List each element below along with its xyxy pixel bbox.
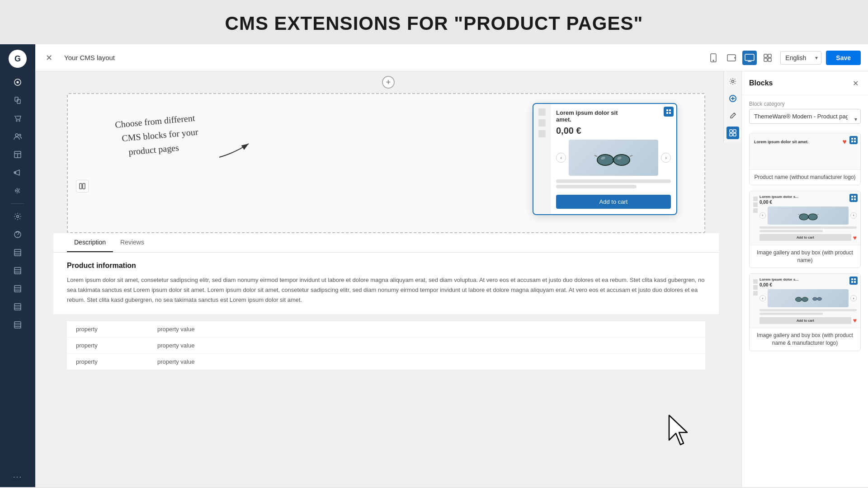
device-desktop-btn[interactable]	[742, 51, 757, 65]
svg-point-33	[735, 57, 736, 58]
block-item-image-gallery-logo[interactable]: Lorem ipsum dolor s... 0,00 € ‹	[749, 273, 861, 351]
igl-thumb2	[753, 285, 758, 290]
sidebar-item-table3[interactable]	[8, 281, 27, 297]
block-badge	[849, 136, 858, 144]
canvas-tool-settings[interactable]	[726, 75, 739, 88]
preview-main: Lorem ipsum dolor sit amet. 0,00 € ‹	[551, 104, 676, 214]
block-item-image-gallery[interactable]: Lorem ipsum dolor s... 0,00 € ‹	[749, 191, 861, 268]
canvas-tool-edit[interactable]	[726, 109, 739, 122]
product-image	[569, 140, 658, 176]
svg-rect-73	[854, 141, 856, 142]
sidebar-item-table2[interactable]	[8, 263, 27, 279]
canvas-tool-block[interactable]	[726, 127, 739, 139]
right-panel-close-button[interactable]: ✕	[850, 78, 861, 89]
svg-point-7	[19, 134, 21, 136]
svg-rect-50	[83, 183, 85, 189]
preview-price: 0,00 €	[556, 126, 671, 136]
blocks-list: Lorem ipsum dolor sit amet. ♥ Product na…	[742, 129, 868, 487]
table-row: property property value	[67, 354, 705, 370]
layout-title: Your CMS layout	[64, 54, 701, 61]
sidebar-logo[interactable]: G	[9, 50, 27, 68]
svg-rect-39	[764, 58, 767, 61]
igl-main: Lorem ipsum dolor s... 0,00 € ‹	[760, 277, 857, 324]
sidebar-item-dashboard[interactable]	[8, 74, 27, 90]
sidebar-item-marketing[interactable]	[8, 164, 27, 181]
igl-price: 0,00 €	[760, 282, 857, 287]
device-mobile-btn[interactable]	[706, 51, 721, 65]
layout-tool[interactable]	[76, 180, 89, 192]
canvas-tool-add[interactable]	[726, 92, 739, 105]
sidebar-item-table4[interactable]	[8, 299, 27, 315]
prop-val-1: property value	[157, 326, 194, 333]
svg-rect-38	[768, 54, 771, 57]
device-tablet-btn[interactable]	[724, 51, 739, 65]
ig-price: 0,00 €	[760, 200, 857, 205]
tab-description[interactable]: Description	[67, 233, 113, 252]
add-to-cart-button[interactable]: Add to cart	[556, 195, 671, 209]
igl-prev[interactable]: ‹	[760, 295, 766, 301]
canvas-area: +	[35, 71, 741, 487]
thumb2	[538, 119, 546, 127]
block-title-text: Lorem ipsum dolor sit amet.	[754, 139, 840, 145]
sidebar-item-pages[interactable]	[8, 92, 27, 108]
svg-rect-88	[851, 281, 853, 283]
close-button[interactable]: ✕	[42, 52, 55, 64]
thumb1	[538, 108, 546, 116]
igl-thumb1	[753, 279, 758, 284]
device-grid-btn[interactable]	[760, 51, 775, 65]
ig-cart-btn[interactable]: Add to cart	[760, 234, 851, 241]
igl-cart-btn[interactable]: Add to cart	[760, 317, 851, 324]
ig-prev[interactable]: ‹	[760, 212, 766, 219]
svg-rect-49	[80, 183, 82, 189]
bar1	[556, 179, 671, 183]
svg-rect-24	[14, 304, 21, 310]
block-item-product-name[interactable]: Lorem ipsum dolor sit amet. ♥ Product na…	[749, 133, 861, 185]
sidebar-item-integrations[interactable]	[8, 183, 27, 199]
sidebar: G	[0, 44, 35, 487]
block-preview-image-gallery-logo: Lorem ipsum dolor s... 0,00 € ‹	[750, 274, 860, 328]
svg-point-1	[17, 81, 19, 84]
ig-next[interactable]: ›	[850, 212, 857, 219]
block-category-select[interactable]: ThemeWare® Modern - Product page	[749, 109, 861, 124]
svg-rect-46	[733, 130, 736, 132]
language-selector[interactable]: English German	[780, 51, 821, 65]
add-section-button[interactable]: +	[382, 76, 395, 89]
language-select[interactable]: English German	[780, 51, 821, 65]
sidebar-item-layouts[interactable]	[8, 146, 27, 163]
sidebar-item-help[interactable]	[8, 226, 27, 243]
block-content: Lorem ipsum dolor sit amet. ♥	[754, 138, 856, 146]
main-area: ✕ Your CMS layout	[35, 44, 868, 487]
sidebar-item-table1[interactable]	[8, 244, 27, 261]
igl-bar1	[760, 309, 857, 311]
svg-rect-77	[854, 198, 856, 200]
next-btn[interactable]: ›	[661, 153, 671, 163]
preview-corner-badge	[664, 107, 674, 117]
svg-point-6	[15, 134, 18, 136]
sidebar-more[interactable]: ···	[13, 472, 22, 482]
svg-rect-86	[851, 278, 853, 280]
table-row: property property value	[67, 321, 705, 338]
ig-bar1	[760, 226, 857, 229]
igl-next[interactable]: ›	[850, 295, 857, 301]
sidebar-item-shopping[interactable]	[8, 110, 27, 127]
block-category-selector[interactable]: ThemeWare® Modern - Product page	[742, 109, 868, 129]
thumb3	[538, 130, 546, 137]
block-label-image-gallery-logo: Image gallery and buy box (with product …	[750, 328, 860, 351]
ig-img-row: ‹	[760, 206, 857, 225]
svg-rect-27	[14, 322, 21, 328]
svg-rect-58	[669, 112, 671, 114]
sidebar-item-table5[interactable]	[8, 317, 27, 333]
svg-point-5	[19, 121, 20, 122]
page-wrapper: CMS EXTENSIONS FOR "PRODUCT PAGES" G	[0, 0, 868, 488]
svg-rect-47	[730, 133, 732, 136]
tab-reviews[interactable]: Reviews	[113, 233, 151, 252]
page-title: CMS EXTENSIONS FOR "PRODUCT PAGES"	[0, 0, 868, 44]
preview-thumbs	[533, 104, 551, 214]
block-preview-product-name: Lorem ipsum dolor sit amet. ♥	[750, 133, 860, 169]
svg-rect-45	[730, 130, 732, 132]
ig-image	[768, 206, 849, 225]
prev-btn[interactable]: ‹	[556, 153, 566, 163]
sidebar-item-users[interactable]	[8, 128, 27, 145]
save-button[interactable]: Save	[826, 51, 861, 65]
sidebar-item-settings[interactable]	[8, 208, 27, 225]
